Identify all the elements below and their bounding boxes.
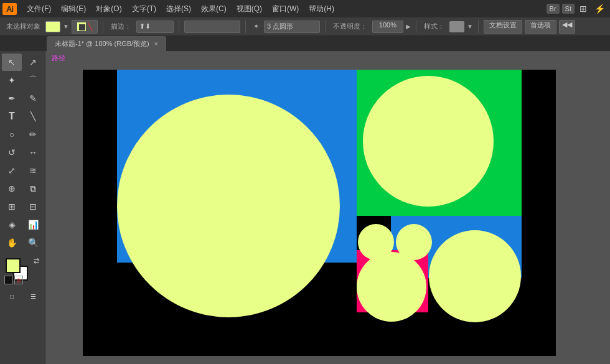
menu-select[interactable]: 选择(S) [161, 1, 196, 17]
warp-tool[interactable]: ≋ [23, 162, 43, 179]
opacity-input[interactable]: 100% [372, 21, 403, 33]
tool-row-5: ○ ✏ [2, 126, 43, 143]
tab-bar: 未标题-1* @ 100% (RGB/预览) × [0, 36, 610, 51]
document-tab[interactable]: 未标题-1* @ 100% (RGB/预览) × [47, 36, 166, 51]
stroke-label: 描边： [108, 22, 134, 31]
free-transform-tool[interactable]: ⊕ [2, 180, 22, 197]
perspective-grid-tool[interactable]: ⊞ [2, 198, 22, 215]
path-label: 路径 [52, 54, 65, 63]
menu-bar: Ai 文件(F) 编辑(E) 对象(O) 文字(T) 选择(S) 效果(C) 视… [0, 0, 610, 17]
select-tool[interactable]: ↖ [2, 54, 22, 71]
separator-5 [416, 21, 416, 33]
menu-file[interactable]: 文件(F) [22, 1, 56, 17]
tab-close-btn[interactable]: × [154, 40, 158, 47]
separator-6 [478, 21, 479, 33]
point-type-select[interactable]: 3 点圆形 [264, 21, 320, 33]
tab-title: 未标题-1* @ 100% (RGB/预览) [55, 39, 149, 49]
blend-tool[interactable]: ✋ [2, 234, 22, 251]
color-swatches: ⇄ ⊘ [4, 257, 40, 284]
fill-swatch[interactable] [6, 258, 21, 273]
bridge-icon[interactable]: Br [547, 4, 560, 14]
stock-icon[interactable]: St [562, 4, 575, 14]
fill-color-swatch[interactable] [45, 21, 60, 32]
tool-row-10: ◈ 📊 [2, 216, 43, 233]
none-color-swatches: ⊘ [4, 276, 23, 284]
menu-help[interactable]: 帮助(H) [304, 1, 339, 17]
canvas-area[interactable]: 路径 [45, 51, 610, 364]
lasso-tool[interactable]: ⌒ [23, 72, 43, 89]
brush-select[interactable] [184, 21, 240, 33]
left-toolbar: ↖ ↗ ✦ ⌒ ✒ ✎ T [0, 51, 45, 364]
separator-1 [103, 21, 103, 33]
line-tool[interactable]: ╲ [23, 108, 43, 125]
tool-row-1: ↖ ↗ [2, 54, 43, 71]
blue-right-circle [429, 230, 521, 322]
separator-4 [325, 21, 326, 33]
tool-row-2: ✦ ⌒ [2, 72, 43, 89]
workspace-icon[interactable]: ⚡ [592, 2, 608, 15]
tool-row-bottom: □ ☰ [2, 287, 43, 305]
magic-wand-tool[interactable]: ✦ [2, 72, 22, 89]
scale-tool[interactable]: ⤢ [2, 162, 22, 179]
zoom-tool[interactable]: 🔍 [23, 234, 43, 251]
reflect-tool[interactable]: ↔ [23, 144, 43, 161]
stroke-select[interactable]: ⬆⬇ [136, 21, 174, 33]
artboard [83, 70, 556, 356]
bottom-tools: □ ☰ [2, 287, 43, 305]
preferences-btn[interactable]: 首选项 [525, 20, 556, 34]
style-label: 样式： [421, 22, 447, 31]
none-fill-swatch[interactable] [4, 276, 13, 284]
medium-circle [363, 76, 494, 207]
tool-row-4: T ╲ [2, 108, 43, 125]
fill-arrow-icon: ▼ [63, 23, 69, 30]
type-tool[interactable]: T [2, 108, 22, 125]
tool-row-7: ⤢ ≋ [2, 162, 43, 179]
ai-logo: Ai [2, 3, 17, 15]
arrange-icon[interactable]: ⊞ [577, 2, 589, 15]
gradient-tool[interactable]: ◈ [2, 216, 22, 233]
menu-object[interactable]: 对象(O) [91, 1, 126, 17]
doc-settings-btn[interactable]: 文档设置 [484, 20, 522, 34]
style-arrow-icon: ▼ [467, 23, 473, 30]
tool-row-9: ⊞ ⊟ [2, 198, 43, 215]
no-selection-label: 未选择对象 [4, 22, 43, 31]
large-circle [117, 95, 340, 317]
shape-builder-tool[interactable]: ⧉ [23, 180, 43, 197]
stroke-mode-btn[interactable]: ╲ [72, 20, 98, 34]
tool-row-3: ✒ ✎ [2, 90, 43, 107]
mesh-tool[interactable]: ⊟ [23, 198, 43, 215]
eyedropper-tool[interactable]: 📊 [23, 216, 43, 233]
swap-colors-btn[interactable]: ⇄ [34, 257, 39, 265]
pen-tool[interactable]: ✒ [2, 90, 22, 107]
panel-toggle-btn[interactable]: ◀◀ [559, 20, 575, 34]
style-swatch[interactable] [449, 21, 464, 32]
point-type-prefix: ✦ [251, 22, 261, 30]
pink-circle [357, 252, 426, 322]
main-area: ↖ ↗ ✦ ⌒ ✒ ✎ T [0, 51, 610, 364]
add-anchor-tool[interactable]: ✎ [23, 90, 43, 107]
separator-2 [179, 21, 179, 33]
none-stroke-swatch[interactable]: ⊘ [14, 276, 23, 284]
menu-text[interactable]: 文字(T) [127, 1, 161, 17]
menu-view[interactable]: 视图(Q) [232, 1, 267, 17]
ellipse-tool[interactable]: ○ [2, 126, 22, 143]
separator-3 [245, 21, 246, 33]
tool-row-8: ⊕ ⧉ [2, 180, 43, 197]
menu-effect[interactable]: 效果(C) [196, 1, 232, 17]
direct-select-tool[interactable]: ↗ [23, 54, 43, 71]
menu-right: Br St ⊞ ⚡ [547, 2, 608, 15]
paintbrush-tool[interactable]: ✏ [23, 126, 43, 143]
toolbar: 未选择对象 ▼ ╲ 描边： ⬆⬇ ✦ 3 点圆形 不透明度： 100% ▶ 样式… [0, 17, 610, 36]
menu-window[interactable]: 窗口(W) [267, 1, 304, 17]
opacity-arrow-icon: ▶ [406, 23, 411, 30]
draw-mode-btn[interactable]: □ [2, 287, 22, 305]
tool-row-6: ↺ ↔ [2, 144, 43, 161]
tool-row-11: ✋ 🔍 [2, 234, 43, 251]
opacity-label: 不透明度： [331, 22, 370, 31]
screen-mode-btn[interactable]: ☰ [23, 287, 43, 305]
rotate-tool[interactable]: ↺ [2, 144, 22, 161]
menu-edit[interactable]: 编辑(E) [56, 1, 91, 17]
